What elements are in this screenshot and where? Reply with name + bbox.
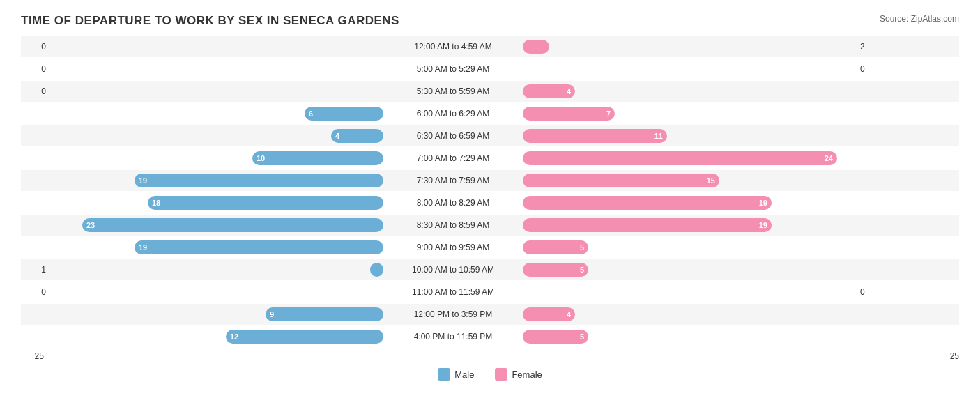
bar-row: 012:00 AM to 4:59 AM2 [21, 36, 959, 57]
male-bar: 19 [135, 174, 383, 187]
female-bar: 7 [523, 107, 615, 121]
female-bar-value: 24 [825, 154, 833, 162]
male-bar-container: 10 [49, 151, 383, 165]
female-bar-value: 5 [580, 266, 584, 274]
time-label: 8:30 AM to 8:59 AM [383, 220, 523, 230]
female-bar-value: 4 [567, 310, 571, 319]
female-bar-value: 19 [759, 199, 767, 207]
female-bar [523, 40, 549, 54]
male-bar: 23 [82, 218, 383, 232]
male-bar: 6 [305, 107, 383, 121]
source-label: Source: ZipAtlas.com [880, 14, 959, 24]
bar-row: 199:00 AM to 9:59 AM5 [21, 237, 959, 258]
female-bar: 5 [523, 263, 588, 277]
female-bar-value: 15 [707, 176, 715, 185]
male-bar-value: 6 [309, 109, 313, 118]
female-bar: 5 [523, 240, 588, 254]
male-bar-value: 9 [270, 310, 274, 319]
male-bar: 19 [135, 240, 383, 254]
female-bar-value: 4 [567, 87, 571, 95]
male-color-box [438, 368, 450, 381]
legend: Male Female [21, 368, 959, 381]
female-bar-container: 11 [523, 129, 857, 143]
male-bar-value: 10 [257, 154, 265, 162]
male-bar-container: 6 [49, 107, 383, 121]
time-label: 10:00 AM to 10:59 AM [383, 265, 523, 275]
female-label: Female [512, 369, 542, 380]
bar-row: 05:00 AM to 5:29 AM0 [21, 59, 959, 79]
male-bar-value: 23 [86, 221, 95, 229]
male-bar-value: 4 [335, 132, 339, 140]
bar-row: 05:30 AM to 5:59 AM4 [21, 81, 959, 102]
male-count: 0 [21, 42, 49, 52]
male-bar-value: 19 [139, 243, 147, 252]
female-bar: 19 [523, 196, 772, 210]
female-bar-value: 19 [759, 221, 767, 229]
female-count: 0 [857, 287, 885, 297]
axis-right-label: 25 [653, 351, 959, 361]
female-bar: 24 [523, 151, 837, 165]
female-bar-value: 7 [606, 109, 611, 118]
male-bar-container: 12 [49, 330, 383, 344]
female-bar: 15 [523, 174, 719, 187]
time-label: 7:30 AM to 7:59 AM [383, 176, 523, 185]
female-color-box [495, 368, 507, 381]
bar-row: 124:00 PM to 11:59 PM5 [21, 326, 959, 347]
bar-row: 66:00 AM to 6:29 AM7 [21, 103, 959, 124]
female-bar-container: 5 [523, 240, 857, 254]
male-count: 1 [21, 265, 49, 275]
female-bar: 4 [523, 307, 575, 321]
bar-row: 197:30 AM to 7:59 AM15 [21, 170, 959, 191]
female-bar-container [523, 40, 857, 54]
male-bar-value: 19 [139, 176, 147, 185]
time-label: 11:00 AM to 11:59 AM [383, 287, 523, 297]
female-bar-container: 4 [523, 307, 857, 321]
female-bar: 11 [523, 129, 667, 143]
male-bar-container: 23 [49, 218, 383, 232]
female-bar: 19 [523, 218, 772, 232]
female-bar-container: 24 [523, 151, 857, 165]
bar-row: 46:30 AM to 6:59 AM11 [21, 125, 959, 146]
time-label: 5:00 AM to 5:29 AM [383, 64, 523, 74]
time-label: 8:00 AM to 8:29 AM [383, 198, 523, 208]
female-bar-container: 7 [523, 107, 857, 121]
female-bar-container: 15 [523, 174, 857, 187]
female-bar-container: 5 [523, 263, 857, 277]
male-bar: 10 [252, 151, 383, 165]
male-bar-container: 9 [49, 307, 383, 321]
female-bar-container: 19 [523, 196, 857, 210]
bar-row: 188:00 AM to 8:29 AM19 [21, 192, 959, 213]
bar-row: 107:00 AM to 7:29 AM24 [21, 148, 959, 169]
chart-container: TIME OF DEPARTURE TO WORK BY SEX IN SENE… [21, 14, 959, 381]
time-label: 9:00 AM to 9:59 AM [383, 243, 523, 252]
legend-male: Male [438, 368, 474, 381]
male-label: Male [454, 369, 474, 380]
time-label: 6:30 AM to 6:59 AM [383, 131, 523, 141]
bar-row: 011:00 AM to 11:59 AM0 [21, 282, 959, 302]
female-bar: 4 [523, 84, 575, 98]
axis-left-label: 25 [21, 351, 47, 361]
chart-area: 012:00 AM to 4:59 AM205:00 AM to 5:29 AM… [21, 36, 959, 347]
male-count: 0 [21, 86, 49, 96]
time-label: 5:30 AM to 5:59 AM [383, 86, 523, 96]
time-label: 12:00 AM to 4:59 AM [383, 42, 523, 52]
female-count: 0 [857, 64, 885, 74]
male-bar: 4 [331, 129, 383, 143]
male-bar: 18 [148, 196, 383, 210]
male-bar-value: 18 [152, 199, 160, 207]
female-bar-value: 5 [580, 243, 584, 252]
male-bar: 12 [226, 330, 383, 344]
bar-row: 238:30 AM to 8:59 AM19 [21, 215, 959, 236]
time-label: 7:00 AM to 7:29 AM [383, 153, 523, 163]
female-bar-value: 5 [580, 332, 584, 341]
legend-female: Female [495, 368, 542, 381]
chart-title: TIME OF DEPARTURE TO WORK BY SEX IN SENE… [21, 14, 959, 28]
male-count: 0 [21, 287, 49, 297]
time-label: 12:00 PM to 3:59 PM [383, 309, 523, 319]
female-bar: 5 [523, 330, 588, 344]
male-bar: 9 [266, 307, 383, 321]
male-bar-container [49, 263, 383, 277]
male-bar-container: 19 [49, 174, 383, 187]
male-bar-value: 12 [230, 332, 238, 341]
male-bar [370, 263, 383, 277]
